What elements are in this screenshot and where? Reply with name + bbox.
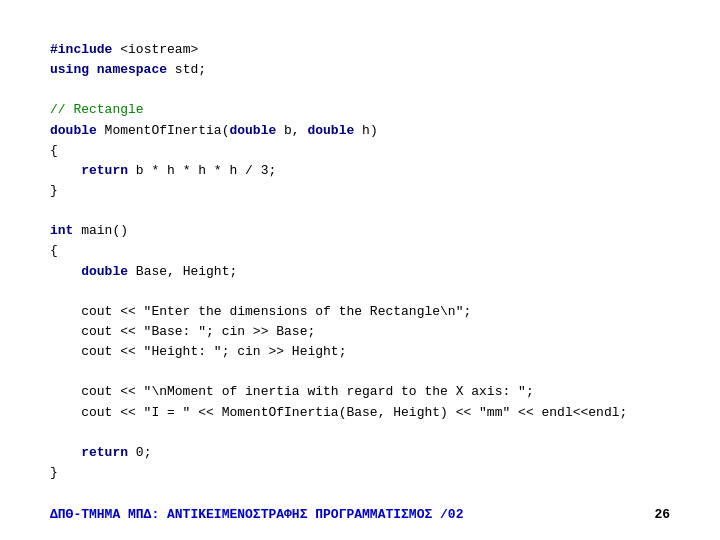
code-line-16: } xyxy=(50,463,670,483)
footer-label: ΔΠΘ-ΤΜΗΜΑ ΜΠΔ: ΑΝΤΙΚΕΙΜΕΝΟΣΤΡΑΦΗΣ ΠΡΟΓΡΑ… xyxy=(50,507,463,522)
code-line-11: cout << "Base: "; cin >> Base; xyxy=(50,322,670,342)
code-line-3: double MomentOfInertia(double b, double … xyxy=(50,121,670,141)
footer-page-number: 26 xyxy=(654,507,670,522)
code-line-9: double Base, Height; xyxy=(50,262,670,282)
code-line-1: #include <iostream> xyxy=(50,40,670,60)
footer: ΔΠΘ-ΤΜΗΜΑ ΜΠΔ: ΑΝΤΙΚΕΙΜΕΝΟΣΤΡΑΦΗΣ ΠΡΟΓΡΑ… xyxy=(50,507,670,522)
empty-line-4 xyxy=(50,362,670,382)
code-line-10: cout << "Enter the dimensions of the Rec… xyxy=(50,302,670,322)
code-line-15: return 0; xyxy=(50,443,670,463)
code-line-5: return b * h * h * h / 3; xyxy=(50,161,670,181)
code-line-4: { xyxy=(50,141,670,161)
code-line-8: { xyxy=(50,241,670,261)
code-line-2: using namespace std; xyxy=(50,60,670,80)
empty-line-1 xyxy=(50,80,670,100)
code-block: #include <iostream> using namespace std;… xyxy=(50,40,670,483)
code-line-12: cout << "Height: "; cin >> Height; xyxy=(50,342,670,362)
code-line-14: cout << "I = " << MomentOfInertia(Base, … xyxy=(50,403,670,423)
code-line-7: int main() xyxy=(50,221,670,241)
code-line-6: } xyxy=(50,181,670,201)
slide: #include <iostream> using namespace std;… xyxy=(0,0,720,540)
code-line-comment: // Rectangle xyxy=(50,100,670,120)
empty-line-3 xyxy=(50,282,670,302)
code-line-13: cout << "\nMoment of inertia with regard… xyxy=(50,382,670,402)
empty-line-5 xyxy=(50,423,670,443)
empty-line-2 xyxy=(50,201,670,221)
